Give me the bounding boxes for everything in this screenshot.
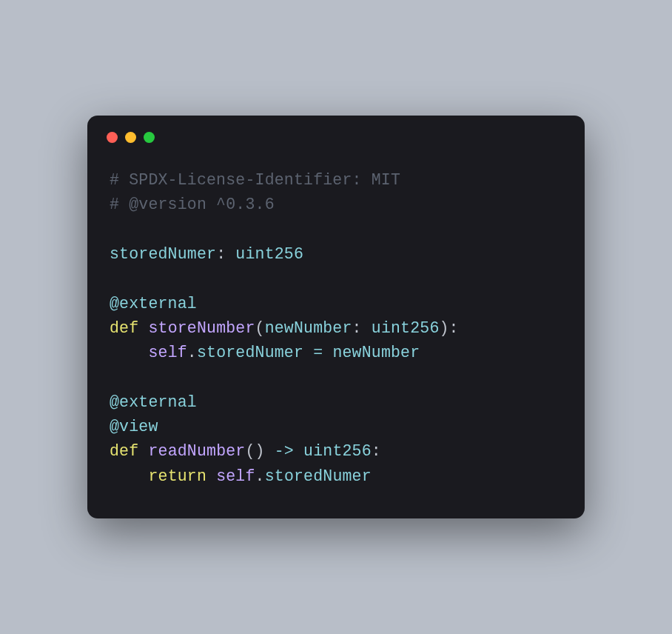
decorator: @view (110, 418, 158, 436)
attribute: storedNumer (265, 467, 372, 485)
self: self (216, 467, 255, 485)
function-name: storeNumber (148, 319, 255, 337)
param-name: newNumber (265, 319, 352, 337)
function-name: readNumber (148, 442, 245, 460)
keyword-return: return (148, 467, 206, 485)
keyword-def: def (110, 319, 138, 337)
code-block: # SPDX-License-Identifier: MIT # @versio… (87, 150, 585, 518)
self: self (148, 344, 187, 361)
maximize-icon[interactable] (144, 132, 155, 143)
comment-line: # SPDX-License-Identifier: MIT (110, 171, 400, 189)
operator-eq: = (313, 344, 323, 361)
identifier: newNumber (332, 344, 420, 361)
decorator: @external (110, 295, 197, 313)
minimize-icon[interactable] (125, 132, 136, 143)
keyword-def: def (110, 442, 138, 460)
decorator: @external (110, 393, 197, 411)
type: uint256 (372, 319, 440, 337)
comment-line: # @version ^0.3.6 (110, 196, 275, 213)
field-name: storedNumer (110, 245, 216, 263)
attribute: storedNumer (197, 344, 303, 361)
arrow: -> (275, 442, 294, 460)
code-window: # SPDX-License-Identifier: MIT # @versio… (87, 116, 585, 518)
type: uint256 (235, 245, 303, 263)
type: uint256 (303, 442, 372, 460)
titlebar (87, 116, 585, 150)
close-icon[interactable] (107, 132, 118, 143)
